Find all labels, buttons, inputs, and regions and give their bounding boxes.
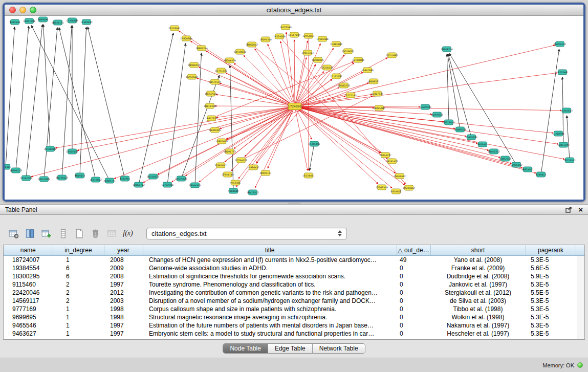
graph-node[interactable]: 18544501 — [189, 183, 201, 188]
table-cell[interactable]: Structural magnetic resonance image aver… — [143, 313, 397, 321]
table-cell[interactable]: 5.9E-5 — [526, 272, 576, 280]
column-header-title[interactable]: title — [143, 245, 397, 255]
table-row[interactable]: 946362711997Embryonic stem cells: a mode… — [4, 330, 584, 338]
column-header-pagerank[interactable]: pagerank — [526, 245, 576, 255]
graph-node[interactable]: 17885102 — [330, 41, 342, 47]
graph-edge[interactable] — [297, 108, 396, 173]
table-cell[interactable]: 5.3E-5 — [526, 313, 576, 321]
graph-node[interactable]: 16776512 — [563, 158, 575, 163]
graph-node[interactable]: 20367617 — [214, 163, 226, 168]
table-cell[interactable]: 9115460 — [4, 280, 53, 289]
graph-node[interactable]: 18273441 — [556, 70, 568, 75]
table-cell[interactable]: Tourette syndrome. Phenomenology and cla… — [143, 280, 397, 289]
graph-node[interactable]: 10234502 — [56, 175, 68, 180]
graph-edge[interactable] — [32, 26, 108, 179]
graph-node[interactable]: 18960212 — [188, 62, 200, 68]
table-cell[interactable]: 0 — [397, 313, 430, 321]
graph-edge[interactable] — [6, 27, 14, 164]
graph-node[interactable]: 19565500 — [316, 36, 328, 41]
table-cell[interactable]: 6 — [53, 272, 104, 280]
graph-node[interactable]: 19800304 — [180, 36, 192, 41]
graph-node[interactable]: 16074727 — [379, 152, 391, 158]
graph-node[interactable]: 15376509 — [66, 18, 78, 23]
graph-node[interactable]: 14245613 — [560, 108, 572, 113]
graph-edge[interactable] — [256, 108, 294, 163]
show-columns-button[interactable] — [23, 227, 37, 240]
table-cell[interactable]: 0 — [397, 305, 430, 313]
graph-edge[interactable] — [234, 63, 293, 105]
graph-node[interactable]: 15216031 — [342, 49, 354, 54]
table-cell[interactable]: 18300295 — [4, 272, 53, 280]
graph-edge[interactable] — [297, 107, 500, 157]
graph-node[interactable]: 18440312 — [488, 149, 499, 154]
graph-edge[interactable] — [448, 54, 460, 127]
graph-node[interactable]: 9432901 — [120, 176, 130, 181]
graph-node[interactable]: 10051292 — [557, 142, 569, 147]
graph-edge[interactable] — [244, 96, 373, 159]
graph-node[interactable]: 9245012 — [536, 172, 547, 177]
graph-node[interactable]: 12242022 — [20, 176, 32, 181]
table-cell[interactable]: Disruption of a novel member of a sodium… — [143, 297, 397, 305]
table-row[interactable]: 1830029562008Estimation of significance … — [4, 272, 584, 280]
graph-edge[interactable] — [297, 108, 378, 184]
graph-edge[interactable] — [179, 31, 292, 105]
table-cell[interactable]: 1 — [53, 255, 104, 264]
create-table-button[interactable] — [72, 227, 86, 240]
table-cell[interactable]: 0 — [397, 289, 430, 297]
table-cell[interactable]: 14569117 — [4, 297, 53, 305]
table-cell[interactable]: 5.3E-5 — [526, 330, 576, 338]
table-cell[interactable]: 1 — [53, 330, 104, 338]
graph-edge[interactable] — [206, 51, 293, 105]
graph-node[interactable]: 20679023 — [465, 135, 477, 140]
graph-node[interactable]: 16981055 — [312, 57, 323, 62]
graph-node[interactable]: 14675123 — [175, 176, 187, 181]
table-cell[interactable]: Nakamura et al. (1997) — [430, 321, 526, 330]
graph-node[interactable]: 16959212 — [431, 112, 443, 117]
table-cell[interactable]: 2008 — [104, 272, 143, 280]
graph-node[interactable]: 10647049 — [361, 68, 373, 73]
graph-node[interactable]: 10985412 — [510, 162, 522, 167]
table-cell[interactable]: 0 — [397, 297, 430, 305]
table-cell[interactable]: Wolkin et al. (1998) — [430, 313, 526, 321]
table-mode-button[interactable] — [6, 227, 20, 240]
graph-edge[interactable] — [244, 55, 293, 104]
table-cell[interactable]: Embryonic stem cells: a model to study s… — [143, 330, 397, 338]
graph-node[interactable]: 18279411 — [443, 120, 454, 125]
table-cell[interactable]: 1997 — [104, 330, 143, 338]
graph-node[interactable]: 11547049 — [288, 32, 300, 37]
table-cell[interactable]: 2003 — [104, 297, 143, 305]
zoom-window-button[interactable] — [30, 7, 36, 13]
graph-node[interactable]: 15995312 — [554, 41, 565, 47]
table-cell[interactable]: 1 — [53, 305, 104, 313]
graph-node[interactable]: 16476512 — [247, 190, 258, 195]
column-header-year[interactable]: year — [104, 245, 143, 255]
table-cell[interactable]: 5.5E-5 — [526, 289, 576, 297]
graph-node[interactable]: 15954502 — [186, 74, 198, 79]
table-cell[interactable]: 2 — [53, 289, 104, 297]
graph-node[interactable]: 15243412 — [394, 173, 405, 179]
table-row[interactable]: 911546021997Tourette syndrome. Phenomeno… — [4, 280, 584, 289]
table-cell[interactable]: Franke et al. (2009) — [430, 264, 526, 272]
table-row[interactable]: 977716911998Corpus callosum shape and si… — [4, 305, 584, 313]
tab-edge-table[interactable]: Edge Table — [268, 344, 313, 353]
table-cell[interactable]: 2008 — [104, 255, 143, 264]
graph-node[interactable]: 12215987 — [386, 53, 398, 58]
table-cell[interactable]: 1998 — [104, 305, 143, 313]
table-cell[interactable]: 2009 — [104, 264, 143, 272]
graph-edge[interactable] — [27, 25, 42, 176]
graph-node[interactable]: 9699695 — [38, 17, 49, 22]
table-row[interactable]: 2242004622012Investigating the contribut… — [4, 289, 584, 297]
table-row[interactable]: 1456911722003Disruption of a novel membe… — [4, 297, 584, 305]
graph-node[interactable]: 9860049 — [228, 188, 239, 193]
citation-network-graph[interactable]: 1605560711007537186983211064704912160108… — [5, 16, 583, 200]
graph-node[interactable]: 18927358 — [23, 18, 35, 24]
graph-node[interactable]: 15582233 — [338, 83, 350, 88]
float-panel-icon[interactable] — [565, 207, 572, 213]
graph-edge[interactable] — [44, 28, 57, 177]
table-cell[interactable]: Dudbridge et al. (2008) — [430, 272, 526, 280]
graph-edge[interactable] — [185, 108, 292, 176]
table-cell[interactable]: 0 — [397, 272, 430, 280]
graph-node[interactable]: 18601214 — [195, 46, 207, 51]
graph-edge[interactable] — [294, 40, 295, 104]
table-row[interactable]: 946554611997Estimation of the future num… — [4, 321, 584, 330]
